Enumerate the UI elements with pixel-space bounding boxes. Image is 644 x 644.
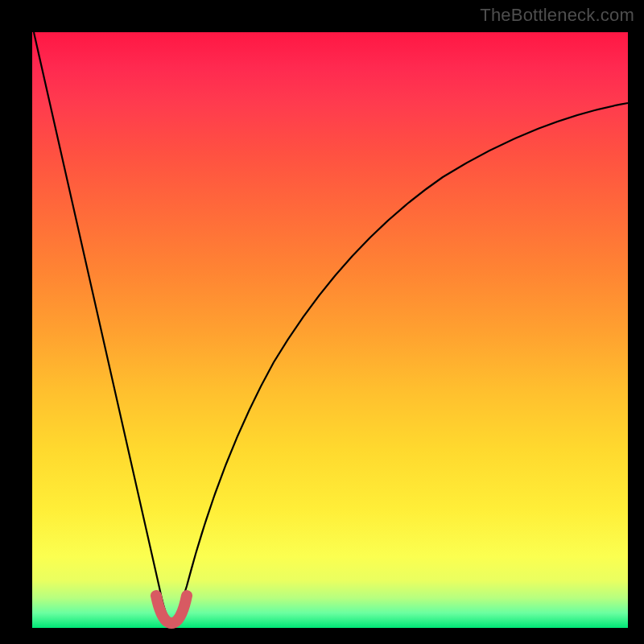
plot-area <box>32 32 628 628</box>
min-marker <box>156 596 187 623</box>
curve-path <box>34 32 628 622</box>
bottleneck-curve <box>32 32 628 628</box>
chart-frame: TheBottleneck.com <box>0 0 644 644</box>
watermark-text: TheBottleneck.com <box>480 5 634 26</box>
